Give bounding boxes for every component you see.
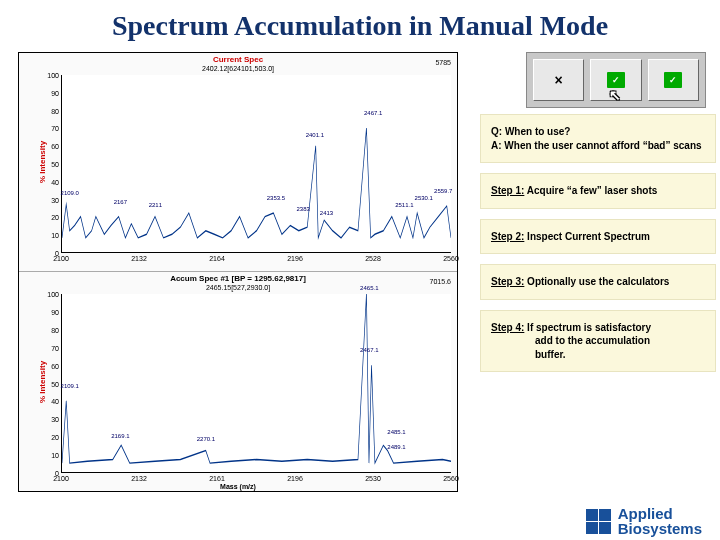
y-axis: 100 90 80 70 60 50 40 30 20 10 0 bbox=[41, 294, 61, 473]
chart-subtitle: 2465.15[527,2930.0] bbox=[19, 284, 457, 291]
plot-area: 2109.1 2169.1 2270.1 2465.1 2467.1 2485.… bbox=[61, 294, 451, 473]
chart-subtitle: 2402.12[624101,503.0] bbox=[19, 65, 457, 72]
note-step-3: Step 3: Optionally use the calculators bbox=[480, 264, 716, 300]
spectrum-panel: Current Spec 2402.12[624101,503.0] 5785 … bbox=[18, 52, 458, 492]
toolbar: × ✓ ↖ ✓ bbox=[526, 52, 706, 108]
note-step-2: Step 2: Inspect Current Spectrum bbox=[480, 219, 716, 255]
calculator-icon: ✓ bbox=[607, 72, 625, 88]
content-area: Current Spec 2402.12[624101,503.0] 5785 … bbox=[0, 52, 720, 502]
step-text: Optionally use the calculators bbox=[524, 276, 669, 287]
toolbar-button-calculator-1[interactable]: ✓ ↖ bbox=[590, 59, 641, 101]
step-label: Step 4: bbox=[491, 322, 524, 333]
note-question: Q: When to use? bbox=[491, 126, 570, 137]
x-axis-label: Mass (m/z) bbox=[220, 483, 256, 490]
toolbar-button-calculator-2[interactable]: ✓ bbox=[648, 59, 699, 101]
note-step-4: Step 4: If spectrum is satisfactory add … bbox=[480, 310, 716, 373]
step-text: Acquire “a few” laser shots bbox=[524, 185, 657, 196]
x-axis: 2100 2132 2164 2196 2528 2560 bbox=[61, 255, 451, 267]
note-qa: Q: When to use? A: When the user cannot … bbox=[480, 114, 716, 163]
step-label: Step 3: bbox=[491, 276, 524, 287]
chart-title: Current Spec bbox=[19, 55, 457, 64]
calculator-icon: ✓ bbox=[664, 72, 682, 88]
chart-accum-spec: Accum Spec #1 [BP = 1295.62,9817] 2465.1… bbox=[19, 272, 457, 491]
logo-text: Applied Biosystems bbox=[618, 506, 702, 536]
sidebar: × ✓ ↖ ✓ Q: When to use? A: When the user… bbox=[480, 52, 720, 502]
close-icon: × bbox=[555, 72, 563, 88]
chart-current-spec: Current Spec 2402.12[624101,503.0] 5785 … bbox=[19, 53, 457, 272]
chart-title: Accum Spec #1 [BP = 1295.62,9817] bbox=[19, 274, 457, 283]
step-label: Step 2: bbox=[491, 231, 524, 242]
chart-max-label: 7015.6 bbox=[430, 278, 451, 285]
step-label: Step 1: bbox=[491, 185, 524, 196]
logo-icon bbox=[586, 508, 612, 534]
step-text-line3: buffer. bbox=[491, 348, 705, 362]
note-step-1: Step 1: Acquire “a few” laser shots bbox=[480, 173, 716, 209]
note-answer: A: When the user cannot afford “bad” sca… bbox=[491, 140, 702, 151]
step-text: Inspect Current Spectrum bbox=[524, 231, 650, 242]
chart-max-label: 5785 bbox=[435, 59, 451, 66]
step-text: If spectrum is satisfactory bbox=[524, 322, 651, 333]
logo: Applied Biosystems bbox=[586, 506, 702, 536]
toolbar-button-1[interactable]: × bbox=[533, 59, 584, 101]
y-axis: 100 90 80 70 60 50 40 30 20 10 0 bbox=[41, 75, 61, 253]
step-text-line2: add to the accumulation bbox=[491, 334, 705, 348]
slide-title: Spectrum Accumulation in Manual Mode bbox=[0, 0, 720, 52]
cursor-icon: ↖ bbox=[609, 87, 621, 103]
plot-area: 2109.0 2167 2211 2353.5 2383 2401.1 2413… bbox=[61, 75, 451, 253]
